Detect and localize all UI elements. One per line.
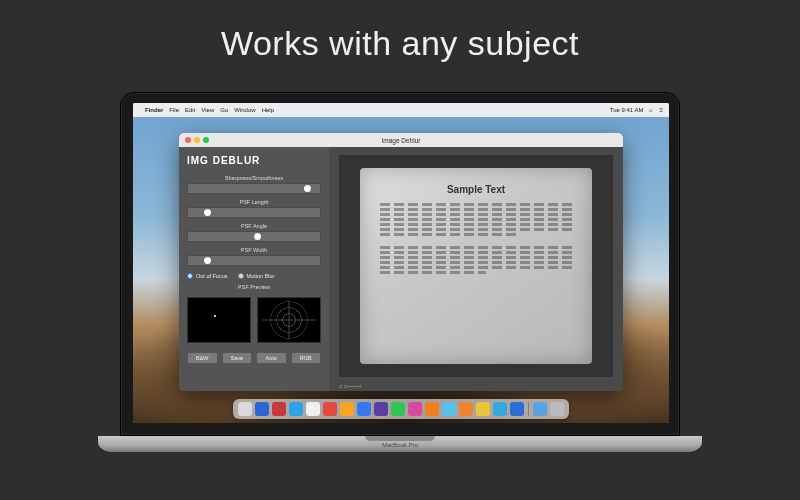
blur-type-radios: Out of Focus Motion Blur xyxy=(187,273,321,279)
radio-out-of-focus[interactable]: Out of Focus xyxy=(187,273,228,279)
dock-app-icon[interactable] xyxy=(357,402,371,416)
radio-motion-blur[interactable]: Motion Blur xyxy=(238,273,275,279)
menubar-clock[interactable]: Tue 9:41 AM xyxy=(610,107,644,113)
bw-button[interactable]: B&W xyxy=(187,352,218,364)
sharpness-slider[interactable] xyxy=(187,183,321,194)
laptop-model-label: MacBook Pro xyxy=(120,442,680,448)
dock-app-icon[interactable] xyxy=(425,402,439,416)
dock-app-icon[interactable] xyxy=(459,402,473,416)
dock-app-icon[interactable] xyxy=(255,402,269,416)
dock-downloads-icon[interactable] xyxy=(533,402,547,416)
macos-menubar: Finder File Edit View Go Window Help Tue… xyxy=(133,103,669,117)
save-button[interactable]: Save xyxy=(222,352,253,364)
dock-app-icon[interactable] xyxy=(391,402,405,416)
psf-length-slider[interactable] xyxy=(187,207,321,218)
psf-preview-label: PSF Preview xyxy=(187,284,321,290)
dock-app-icon[interactable] xyxy=(493,402,507,416)
screen-bezel: Finder File Edit View Go Window Help Tue… xyxy=(120,92,680,436)
psf-preview-point xyxy=(187,297,251,343)
image-deblur-window: Image Deblur IMG DEBLUR Sharpness/Smooth… xyxy=(179,133,623,391)
dock-trash-icon[interactable] xyxy=(550,402,564,416)
menubar-app-name[interactable]: Finder xyxy=(145,107,163,113)
zoom-indicator[interactable]: ○ ○――○ xyxy=(339,383,362,389)
menubar-menu-icon[interactable]: ≡ xyxy=(659,107,663,113)
sample-heading: Sample Text xyxy=(447,184,505,195)
image-preview-area[interactable]: Sample Text xyxy=(329,147,623,391)
slider-label: PSF Width xyxy=(187,247,321,253)
dock-app-icon[interactable] xyxy=(510,402,524,416)
app-title: IMG DEBLUR xyxy=(187,155,321,166)
dock-app-icon[interactable] xyxy=(408,402,422,416)
psf-angle-slider[interactable] xyxy=(187,231,321,242)
image-canvas: Sample Text xyxy=(339,155,613,377)
dock-app-icon[interactable] xyxy=(323,402,337,416)
dock-app-icon[interactable] xyxy=(238,402,252,416)
spotlight-icon[interactable]: ⌕ xyxy=(649,107,653,113)
marketing-headline: Works with any subject xyxy=(0,0,800,63)
slider-label: PSF Angle xyxy=(187,223,321,229)
dock-app-icon[interactable] xyxy=(306,402,320,416)
window-title: Image Deblur xyxy=(179,137,623,144)
menu-view[interactable]: View xyxy=(201,107,214,113)
radio-dot-icon xyxy=(238,273,244,279)
dock-app-icon[interactable] xyxy=(442,402,456,416)
dock-app-icon[interactable] xyxy=(476,402,490,416)
slider-psf-angle: PSF Angle xyxy=(187,223,321,242)
slider-psf-width: PSF Width xyxy=(187,247,321,266)
psf-width-slider[interactable] xyxy=(187,255,321,266)
slider-psf-length: PSF Length xyxy=(187,199,321,218)
macbook-frame: Finder File Edit View Go Window Help Tue… xyxy=(120,92,680,448)
psf-previews xyxy=(187,297,321,343)
menu-file[interactable]: File xyxy=(169,107,179,113)
radio-dot-icon xyxy=(187,273,193,279)
action-buttons: B&W Save Auto RGB xyxy=(187,352,321,364)
slider-label: Sharpness/Smoothness xyxy=(187,175,321,181)
slider-sharpness: Sharpness/Smoothness xyxy=(187,175,321,194)
menu-window[interactable]: Window xyxy=(234,107,255,113)
dock-app-icon[interactable] xyxy=(272,402,286,416)
radio-label: Out of Focus xyxy=(196,273,228,279)
window-titlebar[interactable]: Image Deblur xyxy=(179,133,623,147)
dock-app-icon[interactable] xyxy=(374,402,388,416)
menu-help[interactable]: Help xyxy=(262,107,274,113)
psf-preview-rings xyxy=(257,297,321,343)
macos-dock xyxy=(233,399,569,419)
auto-button[interactable]: Auto xyxy=(256,352,287,364)
slider-label: PSF Length xyxy=(187,199,321,205)
sample-paragraph xyxy=(380,203,573,274)
rgb-button[interactable]: RGB xyxy=(291,352,322,364)
dock-separator xyxy=(528,402,529,416)
menu-go[interactable]: Go xyxy=(220,107,228,113)
desktop-screen: Finder File Edit View Go Window Help Tue… xyxy=(133,103,669,423)
sample-document: Sample Text xyxy=(360,168,593,363)
dock-app-icon[interactable] xyxy=(340,402,354,416)
menu-edit[interactable]: Edit xyxy=(185,107,195,113)
radio-label: Motion Blur xyxy=(247,273,275,279)
dock-app-icon[interactable] xyxy=(289,402,303,416)
controls-sidebar: IMG DEBLUR Sharpness/Smoothness PSF Leng… xyxy=(179,147,329,391)
